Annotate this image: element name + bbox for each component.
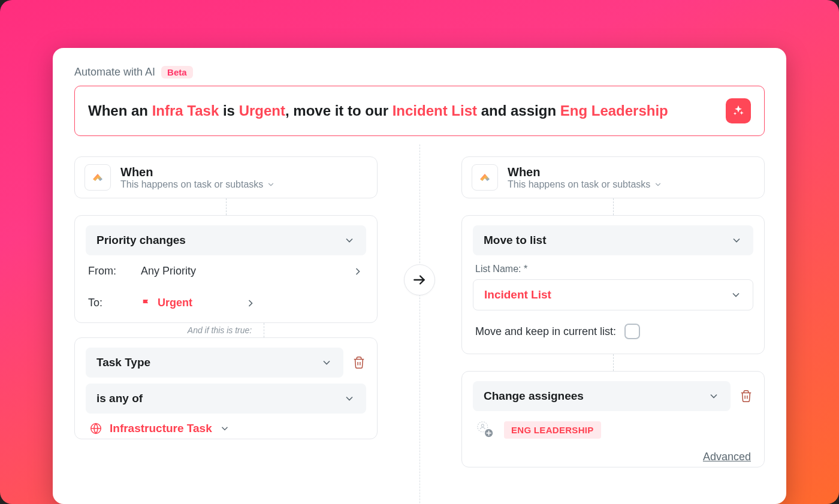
vertical-divider	[420, 144, 420, 504]
when-subtitle: This happens on task or subtasks	[508, 179, 662, 190]
when-trigger-card[interactable]: When This happens on task or subtasks	[74, 156, 378, 198]
priority-trigger-card: Priority changes From: Any Priority To:	[74, 215, 378, 323]
trash-icon	[740, 390, 753, 403]
when-title: When	[120, 165, 275, 179]
trash-icon	[352, 356, 366, 369]
condition-operator-select[interactable]: is any of	[86, 384, 366, 414]
chevron-right-icon	[352, 265, 364, 277]
chevron-down-icon	[343, 234, 355, 246]
condition-card: Task Type is any of Infras	[74, 337, 378, 439]
connector-line	[613, 198, 614, 215]
people-add-icon	[476, 421, 494, 439]
flow-arrow	[404, 264, 435, 295]
move-to-list-card: Move to list List Name: * Incident List …	[461, 215, 765, 354]
automation-panel: Automate with AI Beta When an Infra Task…	[53, 48, 786, 504]
svg-point-4	[481, 424, 484, 427]
clickup-logo-icon	[90, 170, 105, 185]
assignee-action-select[interactable]: Change assignees	[473, 381, 731, 411]
sparkle-icon	[732, 104, 745, 117]
to-chevron[interactable]	[245, 297, 256, 309]
when-subtitle: This happens on task or subtasks	[120, 179, 275, 190]
chevron-down-icon	[219, 423, 230, 434]
assignee-tag[interactable]: ENG LEADERSHIP	[504, 421, 601, 439]
globe-icon	[89, 422, 102, 435]
automation-columns: When This happens on task or subtasks Pr…	[74, 156, 765, 467]
chevron-down-icon	[321, 357, 333, 369]
when-title: When	[508, 165, 662, 179]
chevron-down-icon	[731, 234, 743, 246]
advanced-link-row: Advanced	[473, 440, 753, 463]
list-name-label: List Name: *	[473, 255, 753, 279]
list-name-select[interactable]: Incident List	[473, 279, 753, 310]
panel-header: Automate with AI Beta	[74, 66, 765, 79]
from-priority-row[interactable]: From: Any Priority	[86, 255, 366, 287]
to-priority-row[interactable]: To: Urgent	[86, 287, 366, 319]
action-column: When This happens on task or subtasks Mo…	[420, 156, 765, 467]
trigger-type-select[interactable]: Priority changes	[86, 225, 366, 255]
keep-in-list-checkbox[interactable]	[624, 324, 640, 339]
condition-field-select[interactable]: Task Type	[86, 348, 343, 378]
beta-badge: Beta	[161, 66, 193, 79]
chevron-down-icon	[343, 393, 355, 405]
connector-line	[613, 354, 614, 371]
condition-value-row[interactable]: Infrastructure Task	[86, 414, 366, 435]
change-assignees-card: Change assignees	[461, 371, 765, 467]
trigger-column: When This happens on task or subtasks Pr…	[74, 156, 420, 439]
generate-button[interactable]	[726, 98, 751, 123]
keep-in-list-row: Move and keep in current list:	[473, 310, 753, 343]
delete-action-button[interactable]	[739, 389, 753, 403]
ai-prompt-box[interactable]: When an Infra Task is Urgent, move it to…	[74, 86, 765, 136]
app-logo	[84, 164, 111, 191]
ai-prompt-text: When an Infra Task is Urgent, move it to…	[88, 101, 668, 120]
assignee-value-row: ENG LEADERSHIP	[473, 411, 753, 440]
clickup-logo-icon	[478, 170, 492, 185]
delete-condition-button[interactable]	[352, 355, 366, 370]
advanced-link[interactable]: Advanced	[703, 451, 751, 463]
from-chevron[interactable]	[352, 265, 364, 277]
panel-title: Automate with AI	[74, 66, 155, 79]
chevron-down-icon	[708, 390, 720, 402]
app-logo	[472, 164, 498, 191]
arrow-right-icon	[412, 272, 427, 288]
condition-connector: And if this is true:	[74, 323, 378, 337]
add-assignee-button[interactable]	[475, 420, 496, 440]
chevron-down-icon	[654, 180, 662, 189]
when-action-card[interactable]: When This happens on task or subtasks	[461, 156, 765, 198]
action-type-select[interactable]: Move to list	[473, 225, 753, 255]
gradient-frame: Automate with AI Beta When an Infra Task…	[0, 0, 839, 504]
chevron-down-icon	[730, 289, 742, 301]
chevron-down-icon	[267, 180, 275, 189]
flag-icon	[141, 298, 152, 309]
connector-line	[226, 198, 227, 215]
chevron-right-icon	[245, 297, 256, 309]
